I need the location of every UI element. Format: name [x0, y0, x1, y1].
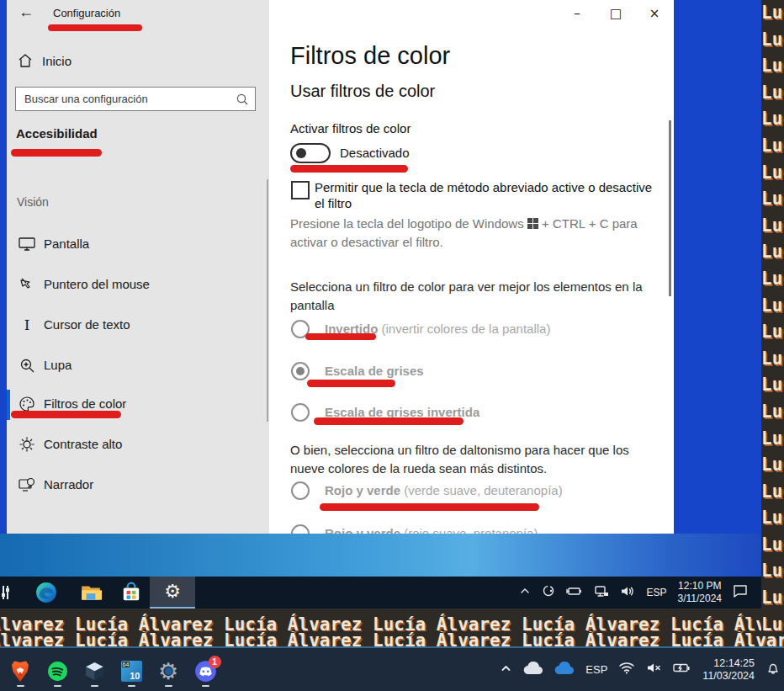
home-icon	[18, 53, 33, 72]
page-subtitle: Usar filtros de color	[290, 82, 435, 101]
toggle-label: Activar filtros de color	[290, 121, 411, 136]
sidebar-item-pantalla[interactable]: Pantalla	[7, 228, 269, 262]
running-indicator	[165, 685, 172, 687]
edge-browser-icon[interactable]	[35, 582, 57, 603]
host-taskbar: 6410 ⚙ 1 ESP 12:14:2511/03/2024	[0, 646, 784, 691]
radio-circle-selected[interactable]	[291, 362, 310, 380]
search-icon[interactable]	[236, 93, 249, 109]
clock[interactable]: 12:14:2511/03/2024	[702, 657, 755, 683]
category-heading: Accesibilidad	[16, 126, 98, 141]
contrast-icon	[18, 435, 36, 454]
annotation-underline	[11, 411, 121, 418]
radio-circle[interactable]	[291, 403, 310, 422]
vm-desktop-glow	[0, 534, 761, 577]
display-icon	[18, 235, 36, 253]
radio-label: Rojo y verde	[325, 483, 400, 497]
settings-main-pane: – □ × Filtros de color Usar filtros de c…	[269, 0, 674, 534]
sidebar-item-label: Cursor de texto	[44, 317, 130, 332]
sidebar-item-cursor-texto[interactable]: I Cursor de texto	[7, 309, 269, 343]
onedrive-blue-cloud-icon[interactable]	[554, 662, 575, 678]
language-indicator[interactable]: ESP	[585, 663, 607, 676]
sidebar-item-home[interactable]: Inicio	[7, 47, 269, 77]
checkbox-unchecked[interactable]	[291, 181, 310, 199]
sidebar-item-puntero[interactable]: Puntero del mouse	[7, 268, 269, 302]
settings-window: ← Configuración Inicio Accesibilidad Vis…	[7, 0, 674, 534]
checkbox-label: Permitir que la tecla de método abreviad…	[315, 179, 660, 211]
settings-app-taskbar-button[interactable]: ⚙	[150, 577, 195, 609]
minimize-button[interactable]: –	[558, 0, 596, 27]
shortcut-hint: Presione la tecla del logotipo de Window…	[290, 215, 655, 252]
tray-chevron-icon[interactable]	[500, 662, 512, 678]
radio-desc: (verde suave, deuteranopía)	[404, 483, 562, 497]
annotation-underline	[320, 503, 539, 511]
virtualbox-icon[interactable]	[76, 652, 113, 689]
section-heading: Visión	[17, 195, 49, 209]
window-title: Configuración	[53, 7, 120, 19]
radio-rojo-verde-deuteranopia[interactable]: Rojo y verde (verde suave, deuteranopía)	[290, 481, 660, 503]
sidebar-item-lupa[interactable]: Lupa	[7, 349, 269, 383]
tray-status-circle-icon[interactable]	[542, 584, 555, 601]
tray-network-icon[interactable]	[594, 585, 609, 601]
volume-muted-icon[interactable]	[646, 662, 662, 678]
back-button[interactable]: ←	[15, 3, 37, 24]
vm-desktop: ← Configuración Inicio Accesibilidad Vis…	[0, 0, 761, 609]
radio-circle[interactable]	[291, 481, 310, 500]
sidebar-item-contraste[interactable]: Contraste alto	[7, 428, 269, 462]
language-indicator[interactable]: ESP	[646, 587, 666, 598]
shortcut-checkbox-row[interactable]: Permitir que la tecla de método abreviad…	[290, 179, 660, 211]
annotation-underline	[305, 333, 376, 340]
battery-icon[interactable]	[673, 662, 691, 678]
running-indicator	[128, 685, 135, 687]
content-scrollbar[interactable]	[669, 120, 671, 296]
running-indicator	[202, 685, 209, 687]
filter-select-prompt: Selecciona un filtro de color para ver m…	[290, 278, 644, 315]
action-center-icon[interactable]	[733, 584, 748, 601]
window-caption-buttons: – □ ×	[558, 0, 674, 27]
vm-windows10-icon[interactable]: 6410	[113, 652, 150, 689]
microsoft-store-icon[interactable]	[120, 582, 142, 603]
annotation-underline	[314, 417, 464, 425]
sidebar-item-label: Inicio	[42, 54, 72, 68]
radio-label: Escala de grises	[325, 364, 424, 378]
radio-circle[interactable]	[291, 524, 310, 534]
sidebar-item-label: Contraste alto	[44, 437, 122, 451]
brave-browser-icon[interactable]	[2, 652, 39, 689]
tray-battery-icon[interactable]	[566, 585, 583, 600]
annotation-underline	[290, 165, 408, 173]
tray-chevron-icon[interactable]	[519, 585, 531, 600]
text-cursor-icon: I	[18, 316, 36, 334]
toggle-knob	[296, 148, 306, 158]
sidebar-item-narrador[interactable]: Narrador	[7, 469, 269, 502]
vm-taskbar: ⚙ ESP 12:10 PM3/11/2024	[0, 577, 761, 609]
sidebar-scrollbar[interactable]	[267, 179, 268, 422]
tray-volume-icon[interactable]	[620, 585, 635, 601]
settings-gear-icon[interactable]: ⚙	[150, 652, 187, 689]
screen: { "colors": { "accent_blue": "#0f62d7", …	[0, 0, 784, 691]
discord-icon[interactable]: 1	[187, 652, 224, 689]
maximize-button[interactable]: □	[596, 0, 635, 27]
wifi-icon[interactable]	[618, 662, 635, 678]
spotify-icon[interactable]	[39, 652, 76, 689]
running-indicator	[91, 685, 98, 687]
partial-taskbar-icon[interactable]	[0, 582, 15, 603]
search-input[interactable]	[15, 87, 256, 111]
settings-sidebar: ← Configuración Inicio Accesibilidad Vis…	[7, 0, 269, 534]
radio-label: Rojo y verde	[325, 526, 400, 534]
annotation-underline	[307, 380, 395, 387]
colorblind-prompt: O bien, selecciona un filtro de daltonis…	[290, 441, 665, 478]
onedrive-gray-cloud-icon[interactable]	[523, 662, 543, 678]
radio-desc: (rojo suave, protanopía)	[404, 526, 538, 534]
page-title: Filtros de color	[290, 42, 450, 70]
file-explorer-icon[interactable]	[80, 582, 102, 603]
notification-bell-icon[interactable]	[765, 661, 781, 679]
mouse-pointer-icon	[18, 275, 36, 294]
annotation-underline	[11, 149, 102, 157]
sidebar-item-label: Narrador	[44, 477, 93, 492]
discord-notification-badge: 1	[209, 656, 221, 668]
radio-rojo-verde-protanopia[interactable]: Rojo y verde (rojo suave, protanopía)	[290, 524, 660, 534]
clock[interactable]: 12:10 PM3/11/2024	[678, 580, 723, 605]
color-filters-toggle[interactable]	[290, 143, 331, 163]
close-button[interactable]: ×	[635, 0, 674, 27]
toggle-status: Desactivado	[340, 146, 410, 160]
host-wallpaper-band: Lucía Álvarez Lucía Álvarez Lucía Álvare…	[0, 631, 784, 646]
